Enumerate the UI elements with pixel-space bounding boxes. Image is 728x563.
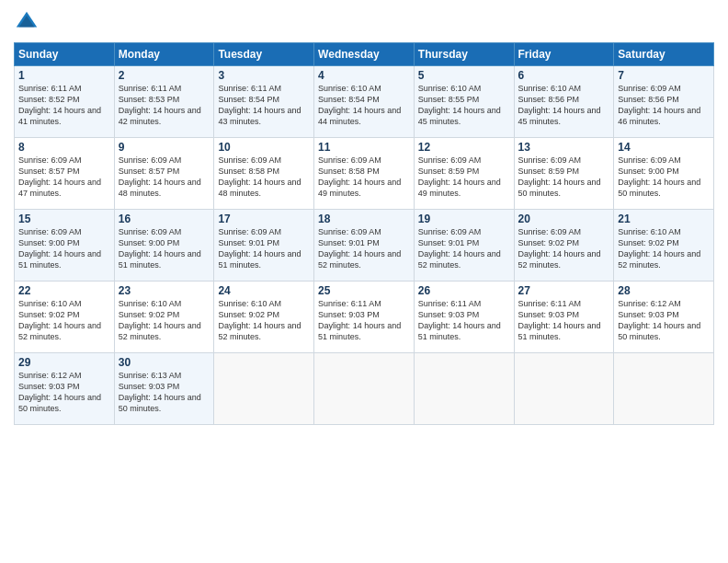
day-info: Sunrise: 6:09 AM Sunset: 9:00 PM Dayligh… (618, 155, 710, 200)
header (14, 9, 714, 35)
day-number: 25 (318, 284, 410, 297)
week-row-5: 29 Sunrise: 6:12 AM Sunset: 9:03 PM Dayl… (15, 353, 714, 425)
daylight: Daylight: 14 hours and 50 minutes. (119, 393, 201, 413)
day-number: 20 (518, 213, 610, 225)
day-cell: 3 Sunrise: 6:11 AM Sunset: 8:54 PM Dayli… (214, 66, 314, 138)
day-number: 9 (119, 141, 210, 154)
day-number: 16 (119, 213, 210, 225)
sunset: Sunset: 9:02 PM (218, 310, 279, 319)
daylight: Daylight: 14 hours and 49 minutes. (318, 178, 401, 198)
page: SundayMondayTuesdayWednesdayThursdayFrid… (0, 0, 728, 563)
week-row-1: 1 Sunrise: 6:11 AM Sunset: 8:52 PM Dayli… (15, 66, 714, 138)
day-info: Sunrise: 6:12 AM Sunset: 9:03 PM Dayligh… (18, 370, 110, 415)
sunrise: Sunrise: 6:13 AM (119, 371, 182, 380)
day-info: Sunrise: 6:11 AM Sunset: 9:03 PM Dayligh… (418, 298, 510, 343)
sunset: Sunset: 9:01 PM (418, 238, 480, 247)
day-info: Sunrise: 6:09 AM Sunset: 9:00 PM Dayligh… (119, 226, 210, 271)
day-cell: 24 Sunrise: 6:10 AM Sunset: 9:02 PM Dayl… (214, 282, 314, 353)
day-info: Sunrise: 6:09 AM Sunset: 8:59 PM Dayligh… (518, 155, 610, 200)
day-info: Sunrise: 6:11 AM Sunset: 8:54 PM Dayligh… (218, 83, 310, 128)
day-info: Sunrise: 6:09 AM Sunset: 9:01 PM Dayligh… (218, 226, 310, 271)
daylight: Daylight: 14 hours and 51 minutes. (119, 249, 201, 270)
daylight: Daylight: 14 hours and 49 minutes. (418, 178, 501, 198)
col-header-friday: Friday (514, 43, 614, 66)
day-cell: 2 Sunrise: 6:11 AM Sunset: 8:53 PM Dayli… (114, 66, 214, 138)
sunset: Sunset: 8:55 PM (418, 95, 480, 104)
day-cell: 18 Sunrise: 6:09 AM Sunset: 9:01 PM Dayl… (314, 210, 415, 282)
day-cell: 25 Sunrise: 6:11 AM Sunset: 9:03 PM Dayl… (314, 282, 415, 353)
sunset: Sunset: 8:56 PM (618, 95, 679, 104)
day-number: 27 (518, 284, 610, 297)
day-number: 11 (318, 141, 410, 154)
sunset: Sunset: 8:54 PM (218, 95, 279, 104)
sunrise: Sunrise: 6:11 AM (418, 299, 482, 308)
sunset: Sunset: 9:03 PM (318, 310, 380, 319)
sunrise: Sunrise: 6:09 AM (119, 227, 182, 236)
daylight: Daylight: 14 hours and 50 minutes. (518, 178, 601, 198)
col-header-tuesday: Tuesday (214, 43, 314, 66)
day-cell: 4 Sunrise: 6:10 AM Sunset: 8:54 PM Dayli… (314, 66, 415, 138)
daylight: Daylight: 14 hours and 51 minutes. (518, 321, 601, 341)
col-header-saturday: Saturday (614, 43, 714, 66)
sunset: Sunset: 9:00 PM (18, 238, 80, 247)
sunset: Sunset: 8:59 PM (418, 167, 480, 176)
sunrise: Sunrise: 6:11 AM (318, 299, 381, 308)
daylight: Daylight: 14 hours and 51 minutes. (318, 321, 401, 341)
sunrise: Sunrise: 6:09 AM (218, 155, 281, 165)
sunset: Sunset: 9:03 PM (418, 310, 480, 319)
daylight: Daylight: 14 hours and 46 minutes. (618, 106, 700, 126)
day-cell: 29 Sunrise: 6:12 AM Sunset: 9:03 PM Dayl… (15, 353, 115, 425)
daylight: Daylight: 14 hours and 45 minutes. (418, 106, 501, 126)
sunrise: Sunrise: 6:10 AM (18, 299, 82, 308)
day-number: 14 (618, 141, 710, 154)
day-cell (314, 353, 415, 425)
daylight: Daylight: 14 hours and 52 minutes. (518, 249, 601, 270)
day-cell (614, 353, 714, 425)
daylight: Daylight: 14 hours and 50 minutes. (618, 178, 700, 198)
col-header-wednesday: Wednesday (314, 43, 415, 66)
day-number: 8 (18, 141, 110, 154)
day-info: Sunrise: 6:09 AM Sunset: 8:59 PM Dayligh… (418, 155, 510, 200)
day-cell: 26 Sunrise: 6:11 AM Sunset: 9:03 PM Dayl… (414, 282, 514, 353)
day-info: Sunrise: 6:09 AM Sunset: 8:58 PM Dayligh… (318, 155, 410, 200)
sunset: Sunset: 9:02 PM (518, 238, 580, 247)
day-info: Sunrise: 6:09 AM Sunset: 8:57 PM Dayligh… (18, 155, 110, 200)
daylight: Daylight: 14 hours and 48 minutes. (119, 178, 201, 198)
daylight: Daylight: 14 hours and 51 minutes. (418, 321, 501, 341)
daylight: Daylight: 14 hours and 41 minutes. (18, 106, 101, 126)
day-number: 6 (518, 69, 610, 82)
day-cell: 11 Sunrise: 6:09 AM Sunset: 8:58 PM Dayl… (314, 138, 415, 210)
day-info: Sunrise: 6:09 AM Sunset: 8:56 PM Dayligh… (618, 83, 710, 128)
sunrise: Sunrise: 6:11 AM (18, 84, 82, 93)
day-number: 22 (18, 284, 110, 297)
day-number: 21 (618, 213, 710, 225)
day-cell: 5 Sunrise: 6:10 AM Sunset: 8:55 PM Dayli… (414, 66, 514, 138)
sunset: Sunset: 9:00 PM (119, 238, 180, 247)
daylight: Daylight: 14 hours and 52 minutes. (218, 321, 301, 341)
sunset: Sunset: 9:03 PM (119, 382, 180, 391)
sunrise: Sunrise: 6:09 AM (418, 227, 482, 236)
day-number: 17 (218, 213, 310, 225)
day-cell: 30 Sunrise: 6:13 AM Sunset: 9:03 PM Dayl… (114, 353, 214, 425)
sunset: Sunset: 9:01 PM (218, 238, 279, 247)
sunrise: Sunrise: 6:10 AM (618, 227, 681, 236)
calendar-body: 1 Sunrise: 6:11 AM Sunset: 8:52 PM Dayli… (15, 66, 714, 425)
sunrise: Sunrise: 6:10 AM (518, 84, 582, 93)
sunset: Sunset: 8:57 PM (18, 167, 80, 176)
sunrise: Sunrise: 6:11 AM (119, 84, 182, 93)
week-row-2: 8 Sunrise: 6:09 AM Sunset: 8:57 PM Dayli… (15, 138, 714, 210)
day-info: Sunrise: 6:09 AM Sunset: 8:57 PM Dayligh… (119, 155, 210, 200)
sunset: Sunset: 9:02 PM (618, 238, 679, 247)
daylight: Daylight: 14 hours and 52 minutes. (119, 321, 201, 341)
sunrise: Sunrise: 6:09 AM (18, 155, 82, 165)
day-cell (414, 353, 514, 425)
sunrise: Sunrise: 6:09 AM (418, 155, 482, 165)
daylight: Daylight: 14 hours and 51 minutes. (218, 249, 301, 270)
day-info: Sunrise: 6:09 AM Sunset: 8:58 PM Dayligh… (218, 155, 310, 200)
day-number: 15 (18, 213, 110, 225)
daylight: Daylight: 14 hours and 52 minutes. (318, 249, 401, 270)
header-row: SundayMondayTuesdayWednesdayThursdayFrid… (15, 43, 714, 66)
sunset: Sunset: 9:01 PM (318, 238, 380, 247)
day-info: Sunrise: 6:10 AM Sunset: 8:56 PM Dayligh… (518, 83, 610, 128)
day-cell: 17 Sunrise: 6:09 AM Sunset: 9:01 PM Dayl… (214, 210, 314, 282)
